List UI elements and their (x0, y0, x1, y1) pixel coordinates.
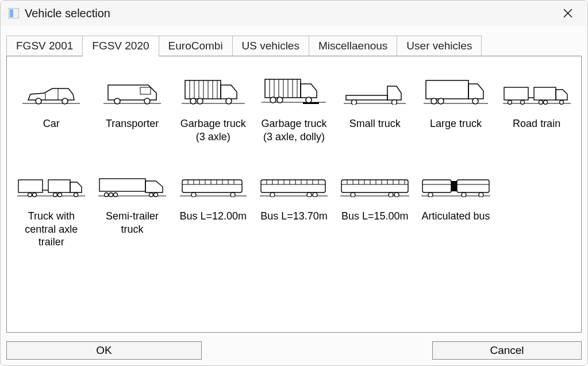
titlebar: Vehicle selection (1, 1, 587, 26)
tab-label: FGSV 2001 (16, 40, 73, 52)
svg-point-35 (270, 97, 276, 103)
svg-point-128 (479, 192, 483, 197)
svg-point-64 (58, 193, 62, 197)
close-button[interactable] (556, 2, 579, 25)
vehicle-label: Car (16, 117, 86, 130)
tab-label: Miscellaenous (318, 40, 387, 52)
van-icon (97, 72, 167, 105)
svg-point-69 (109, 193, 113, 197)
ok-button[interactable]: OK (6, 341, 202, 360)
vehicle-bus-12[interactable]: Bus L=12.00m (178, 165, 248, 249)
vehicle-truck-central-axle-trailer[interactable]: Truck with central axle trailer (16, 165, 86, 249)
vehicle-list-panel: Car Transporter (6, 56, 582, 333)
button-label: Cancel (490, 344, 524, 357)
svg-point-85 (191, 192, 196, 197)
svg-rect-15 (185, 80, 221, 99)
vehicle-label: Large truck (421, 117, 491, 130)
tab-miscellaneous[interactable]: Miscellaenous (309, 36, 397, 56)
svg-point-52 (508, 101, 512, 105)
svg-point-8 (36, 98, 41, 104)
tab-bar: FGSV 2001 FGSV 2020 EuroCombi US vehicle… (1, 26, 587, 56)
vehicle-garbage-truck-3-axle-dolly[interactable]: Garbage truck (3 axle, dolly) (259, 72, 329, 143)
svg-rect-38 (303, 102, 319, 104)
vehicle-grid: Car Transporter (14, 72, 574, 249)
vehicle-label: Small truck (340, 117, 410, 130)
central-axle-trailer-icon (16, 165, 86, 197)
svg-point-117 (351, 192, 355, 197)
cancel-button[interactable]: Cancel (432, 341, 582, 360)
svg-point-54 (539, 101, 543, 105)
road-train-icon (502, 72, 572, 105)
tab-fgsv-2001[interactable]: FGSV 2001 (6, 36, 83, 56)
vehicle-articulated-bus[interactable]: Articulated bus (421, 165, 491, 249)
tab-fgsv-2020[interactable]: FGSV 2020 (82, 36, 159, 57)
articulated-bus-icon (421, 165, 491, 197)
svg-point-65 (74, 193, 78, 197)
svg-point-61 (28, 193, 32, 197)
vehicle-semi-trailer-truck[interactable]: Semi-trailer truck (97, 165, 167, 249)
svg-point-25 (226, 98, 232, 104)
svg-point-46 (438, 98, 444, 104)
svg-rect-51 (534, 87, 556, 100)
vehicle-label: Garbage truck (3 axle) (178, 117, 248, 143)
vehicle-label: Bus L=12.00m (178, 210, 248, 223)
svg-point-70 (114, 193, 118, 197)
garbage-truck-icon (178, 72, 248, 105)
svg-rect-121 (422, 180, 451, 192)
svg-rect-60 (48, 180, 70, 192)
tab-us-vehicles[interactable]: US vehicles (232, 36, 309, 56)
svg-point-45 (431, 98, 437, 104)
svg-point-119 (394, 192, 399, 197)
vehicle-car[interactable]: Car (16, 72, 86, 143)
svg-rect-122 (451, 181, 457, 191)
vehicle-label: Truck with central axle trailer (16, 210, 86, 249)
app-icon (9, 8, 19, 18)
svg-point-118 (389, 192, 393, 197)
svg-point-9 (62, 98, 68, 104)
tab-user-vehicles[interactable]: User vehicles (397, 36, 482, 56)
vehicle-label: Semi-trailer truck (97, 210, 167, 236)
vehicle-large-truck[interactable]: Large truck (421, 72, 491, 143)
vehicle-bus-15[interactable]: Bus L=15.00m (340, 165, 410, 249)
svg-point-102 (313, 192, 317, 197)
tab-label: EuroCombi (168, 40, 223, 52)
tab-eurocombi[interactable]: EuroCombi (159, 36, 233, 56)
svg-rect-2 (14, 9, 18, 17)
svg-rect-11 (140, 87, 151, 94)
svg-point-126 (428, 192, 433, 197)
svg-rect-58 (18, 180, 43, 192)
vehicle-label: Transporter (97, 117, 167, 130)
vehicle-bus-137[interactable]: Bus L=13.70m (259, 165, 329, 249)
svg-point-63 (53, 193, 57, 197)
svg-point-13 (144, 98, 150, 104)
svg-rect-1 (10, 9, 13, 17)
vehicle-label: Bus L=13.70m (259, 210, 329, 223)
vehicle-transporter[interactable]: Transporter (97, 72, 167, 143)
bus-15-icon (340, 165, 410, 197)
svg-rect-27 (265, 79, 301, 98)
svg-point-24 (197, 98, 203, 104)
button-label: OK (96, 344, 112, 357)
svg-point-36 (277, 97, 283, 103)
vehicle-label: Bus L=15.00m (340, 210, 410, 223)
svg-point-71 (149, 193, 153, 197)
svg-point-37 (306, 97, 312, 103)
vehicle-small-truck[interactable]: Small truck (340, 72, 410, 143)
svg-rect-104 (341, 180, 408, 192)
tab-label: US vehicles (242, 40, 299, 52)
svg-rect-44 (426, 80, 468, 99)
dialog-buttons: OK Cancel (1, 338, 587, 365)
vehicle-label: Articulated bus (421, 210, 491, 223)
dialog-window: Vehicle selection FGSV 2001 FGSV 2020 Eu… (0, 0, 588, 366)
svg-point-53 (520, 101, 524, 105)
svg-point-62 (33, 193, 37, 197)
vehicle-road-train[interactable]: Road train (502, 72, 572, 143)
svg-point-86 (230, 192, 235, 197)
svg-point-101 (307, 192, 312, 197)
svg-point-23 (190, 98, 196, 104)
window-title: Vehicle selection (25, 7, 556, 20)
svg-rect-67 (99, 179, 145, 191)
vehicle-garbage-truck-3-axle[interactable]: Garbage truck (3 axle) (178, 72, 248, 143)
tab-label: FGSV 2020 (92, 40, 149, 52)
garbage-truck-dolly-icon (259, 72, 329, 105)
